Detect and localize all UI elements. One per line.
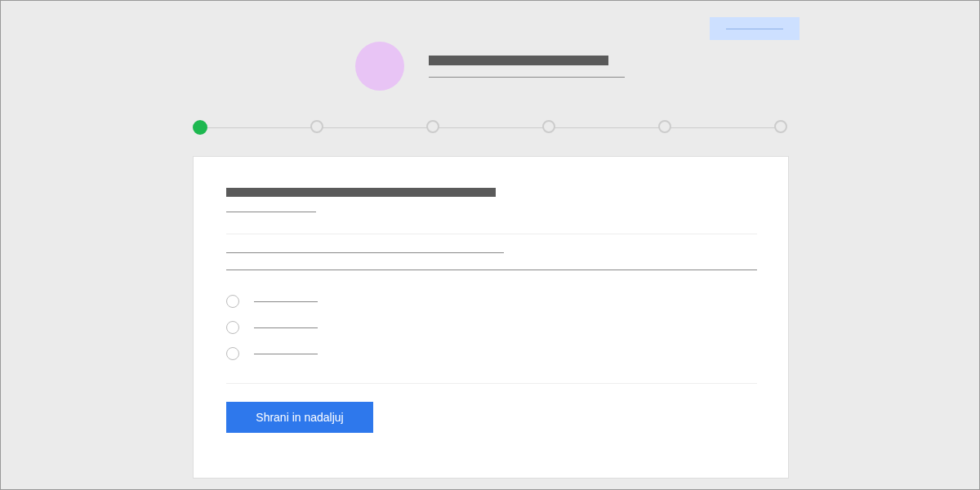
- submit-button[interactable]: Shrani in nadaljuj: [226, 402, 373, 433]
- radio-item-3[interactable]: [226, 347, 755, 360]
- text-input-1[interactable]: [226, 252, 504, 253]
- page-subtitle: [429, 77, 625, 78]
- radio-group: [226, 295, 755, 360]
- step-dot-4[interactable]: [542, 120, 555, 133]
- stepper-dots-container: [193, 120, 787, 135]
- divider: [226, 383, 757, 384]
- top-info-badge[interactable]: [710, 17, 800, 40]
- step-progress: [193, 119, 787, 136]
- step-dot-6[interactable]: [774, 120, 787, 133]
- text-input-2[interactable]: [226, 270, 757, 270]
- step-dot-1[interactable]: [193, 120, 207, 135]
- step-dot-5[interactable]: [658, 120, 671, 133]
- radio-label: [254, 327, 318, 328]
- step-dot-2[interactable]: [310, 120, 323, 133]
- form-heading: [226, 188, 496, 197]
- radio-label: [254, 354, 318, 354]
- avatar: [355, 42, 404, 91]
- radio-icon: [226, 295, 239, 308]
- form-card: Shrani in nadaljuj: [193, 156, 789, 479]
- radio-label: [254, 301, 318, 302]
- radio-item-1[interactable]: [226, 295, 755, 308]
- badge-placeholder-line: [726, 29, 783, 29]
- form-subheading: [226, 212, 316, 212]
- page-title: [429, 56, 608, 65]
- page-header: [355, 42, 625, 91]
- radio-item-2[interactable]: [226, 321, 755, 334]
- radio-icon: [226, 347, 239, 360]
- divider: [226, 234, 757, 234]
- radio-icon: [226, 321, 239, 334]
- step-dot-3[interactable]: [426, 120, 439, 133]
- header-text-block: [429, 56, 625, 78]
